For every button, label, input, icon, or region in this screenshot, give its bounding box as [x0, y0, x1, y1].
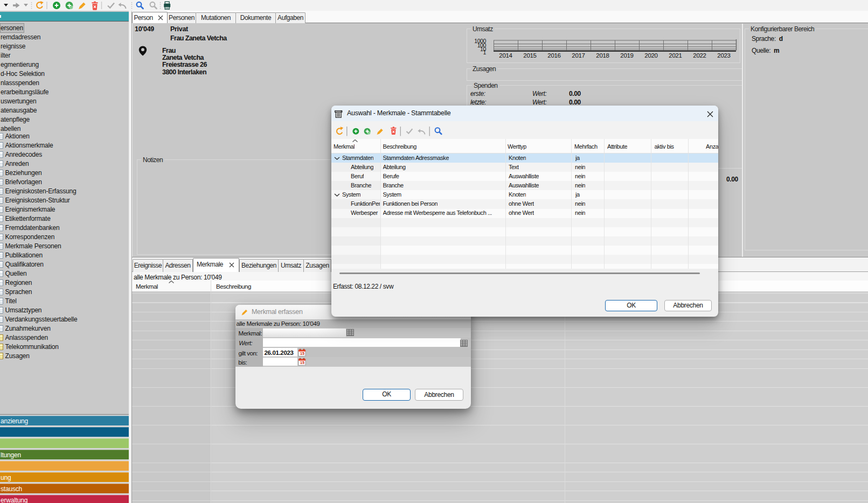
svg-text:15: 15 — [300, 351, 304, 355]
svg-text:15: 15 — [300, 361, 304, 365]
